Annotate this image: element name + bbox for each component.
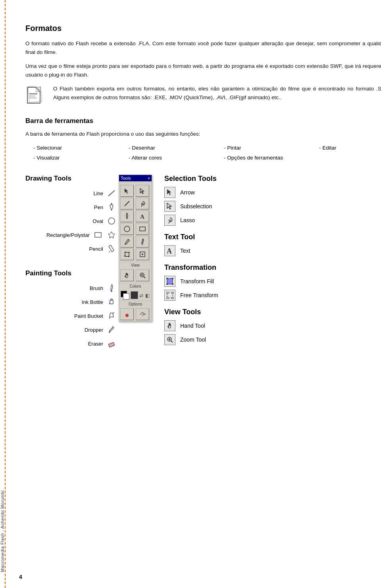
transformation-group: Transformation Transform Fill [164, 263, 381, 301]
svg-point-17 [109, 331, 110, 333]
arrow-icon [164, 187, 175, 198]
arrow-label: Arrow [180, 189, 195, 196]
pencil-icon [106, 244, 117, 254]
ink-icon [106, 297, 117, 307]
svg-point-13 [111, 290, 112, 292]
svg-rect-18 [108, 342, 115, 347]
drawing-tool-rectangle: Rectangle/Polystar [25, 230, 117, 240]
painting-tools-title: Painting Tools [25, 269, 117, 277]
svg-line-52 [171, 341, 173, 342]
toolbar-btn-option1[interactable] [120, 308, 134, 320]
toolbar-btn-lasso[interactable] [136, 198, 149, 209]
text-label: Text [180, 248, 190, 254]
toolbar-btn-pen[interactable] [120, 210, 134, 222]
list-item-desenhar: - Desenhar [129, 144, 200, 153]
toolbar-btn-text[interactable]: A [136, 210, 149, 222]
barra-list: - Selecionar - Desenhar - Pintar - Edita… [33, 144, 381, 163]
toolbar-view-grid [119, 268, 152, 282]
svg-point-27 [125, 252, 126, 253]
painting-tools-panel: Painting Tools Brush Ink Bottle [25, 269, 117, 349]
stroke-color-box[interactable] [121, 291, 129, 300]
flash-toolbar-widget: Tools × [119, 175, 152, 322]
page-number: 4 [19, 574, 22, 580]
toolbar-btn-transformfill[interactable] [136, 248, 149, 260]
svg-rect-3 [29, 93, 37, 94]
zoom-tool-label: Zoom Tool [180, 336, 206, 343]
tools-diagram: Drawing Tools Line Pen [25, 175, 381, 352]
svg-text:A: A [167, 247, 172, 255]
toolbar-btn-brush[interactable] [136, 236, 149, 248]
oval-icon [106, 216, 117, 226]
brush-icon [106, 283, 117, 293]
subselection-label: Subselection [180, 203, 212, 209]
painting-tool-bucket: Paint Bucket [25, 311, 117, 321]
svg-rect-24 [140, 227, 145, 231]
lasso-icon [164, 215, 175, 226]
formatos-para2: Uma vez que o filme esteja pronto para s… [25, 62, 381, 79]
text-A-icon: A [164, 245, 175, 256]
list-item-selecionar: - Selecionar [33, 144, 105, 153]
toolbar-btn-option2[interactable] [136, 308, 149, 320]
left-tools-col: Drawing Tools Line Pen [25, 175, 117, 352]
toolbar-btn-rect[interactable] [136, 223, 149, 235]
barra-heading: Barra de ferramentas [25, 117, 381, 125]
drawing-tool-line: Line [25, 188, 117, 198]
subselection-icon [164, 201, 175, 212]
toolbar-btn-hand[interactable] [120, 269, 134, 281]
formatos-para3: O Flash também exporta em outros formato… [53, 85, 381, 102]
svg-point-32 [142, 254, 143, 255]
toolbar-btn-oval[interactable] [120, 223, 134, 235]
svg-rect-49 [172, 297, 173, 299]
toolbar-btn-zoom[interactable] [136, 269, 149, 281]
arrow-entry: Arrow [164, 187, 381, 198]
line-icon [106, 188, 117, 198]
painting-tool-eraser: Eraser [25, 338, 117, 349]
left-sidebar: Macromedia Flash - Anhembi Morumbi [0, 0, 6, 588]
line-label: Line [93, 190, 103, 196]
pencil-label: Pencil [89, 246, 103, 252]
toolbar-btn-pencil[interactable] [120, 236, 134, 248]
svg-point-37 [125, 314, 129, 317]
swap-colors-icon[interactable]: ⇄ [139, 293, 144, 298]
oval-label: Oval [92, 218, 103, 224]
drawing-tools-panel: Drawing Tools Line Pen [25, 175, 117, 254]
toolbar-section-options: Options [119, 301, 152, 307]
toolbar-btn-line[interactable] [120, 198, 134, 209]
view-tools-title: View Tools [164, 308, 381, 316]
zoom-tool-icon [164, 334, 175, 345]
svg-point-42 [166, 278, 168, 279]
list-item-editar: - Editar [319, 144, 381, 153]
svg-point-29 [129, 256, 130, 257]
toolbar-btn-arrow[interactable] [120, 185, 134, 197]
default-colors-icon[interactable]: ◧ [145, 293, 150, 298]
toolbar-titlebar: Tools × [119, 175, 152, 181]
svg-point-25 [142, 244, 143, 245]
toolbar-close-btn[interactable]: × [148, 176, 150, 181]
toolbar-btn-subselect[interactable] [136, 185, 149, 197]
free-transform-entry: Free Transform [164, 290, 381, 301]
svg-line-34 [144, 277, 145, 278]
svg-point-44 [172, 283, 173, 285]
view-tools-group: View Tools Hand Tool [164, 308, 381, 345]
transformation-title: Transformation [164, 263, 381, 272]
formatos-para3-text: O Flash também exporta em outros formato… [53, 85, 381, 107]
toolbar-btn-freetransform[interactable] [120, 248, 134, 260]
hand-tool-label: Hand Tool [180, 323, 205, 329]
pen-label: Pen [94, 204, 103, 210]
formatos-para1: O formato nativo do Flash recebe a exten… [25, 39, 381, 56]
list-item-pintar: - Pintar [224, 144, 295, 153]
drawing-tools-title: Drawing Tools [25, 175, 117, 183]
main-content: Formatos O formato nativo do Flash receb… [6, 0, 381, 588]
svg-rect-48 [172, 292, 173, 294]
svg-rect-50 [167, 297, 168, 299]
svg-point-23 [124, 226, 130, 232]
svg-point-43 [172, 278, 173, 279]
svg-rect-5 [29, 98, 37, 98]
svg-line-39 [169, 222, 169, 223]
icon-block-formatos: O Flash também exporta em outros formato… [25, 85, 381, 107]
svg-point-21 [127, 213, 128, 214]
color-fill-box[interactable] [131, 291, 139, 299]
svg-rect-41 [167, 279, 173, 284]
list-item-alterar: - Alterar cores [129, 154, 200, 163]
list-row-1: - Selecionar - Desenhar - Pintar - Edita… [33, 144, 381, 153]
